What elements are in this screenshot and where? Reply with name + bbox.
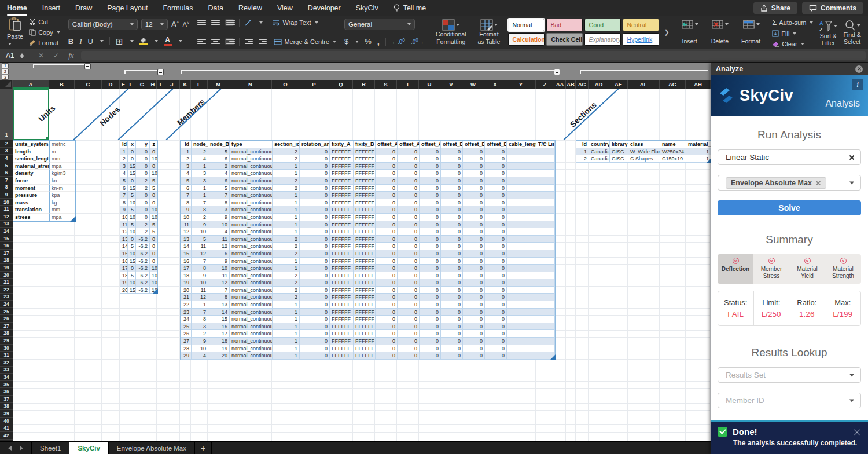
column-header-G[interactable]: G — [135, 80, 149, 89]
members-cell[interactable]: normal_continuous — [230, 345, 273, 353]
members-header-cell[interactable]: offset_Bz — [485, 141, 507, 148]
units-cell[interactable]: mm — [50, 206, 75, 214]
column-header-AH[interactable]: AH — [686, 80, 711, 89]
members-cell[interactable]: 24 — [181, 316, 192, 323]
members-cell[interactable]: 0 — [463, 316, 485, 323]
members-cell[interactable]: FFFFFF — [354, 243, 376, 250]
members-cell[interactable]: 0 — [463, 301, 485, 309]
members-cell[interactable]: FFFFFF — [330, 236, 354, 243]
members-cell[interactable]: 18 — [208, 338, 230, 345]
members-cell[interactable]: 9 — [192, 338, 208, 345]
analysis-type-input[interactable]: Linear Static — [718, 149, 861, 165]
row-header-34[interactable]: 34 — [0, 374, 13, 381]
members-cell[interactable]: 0 — [441, 309, 463, 316]
members-cell[interactable]: 1 — [273, 330, 300, 338]
members-cell[interactable] — [507, 155, 536, 163]
members-cell[interactable]: FFFFFF — [330, 301, 354, 309]
members-cell[interactable]: FFFFFF — [354, 258, 376, 265]
members-cell[interactable]: 8 — [192, 206, 208, 214]
members-cell[interactable]: normal_continuous — [230, 287, 273, 294]
members-cell[interactable]: 9 — [208, 214, 230, 221]
row-header-13[interactable]: 13 — [0, 221, 13, 228]
members-cell[interactable] — [507, 338, 536, 345]
members-cell[interactable]: 0 — [398, 192, 420, 199]
copy-button[interactable]: Copy — [29, 29, 60, 36]
members-cell[interactable]: 0 — [420, 236, 441, 243]
members-cell[interactable]: 4 — [181, 170, 192, 177]
members-cell[interactable]: FFFFFF — [330, 287, 354, 294]
column-header-U[interactable]: U — [419, 80, 440, 89]
members-cell[interactable]: normal_continuous — [230, 272, 273, 280]
row-header-15[interactable]: 15 — [0, 235, 13, 243]
column-header-M[interactable]: M — [208, 80, 229, 89]
column-header-A[interactable]: A — [13, 80, 49, 89]
members-cell[interactable]: 0 — [463, 309, 485, 316]
row-header-32[interactable]: 32 — [0, 359, 13, 367]
column-header-O[interactable]: O — [272, 80, 299, 89]
members-cell[interactable]: 4 — [208, 228, 230, 236]
row-header-16[interactable]: 16 — [0, 242, 13, 250]
members-cell[interactable]: 0 — [300, 272, 330, 280]
nodes-cell[interactable]: 0 — [128, 148, 136, 156]
outline-level-1[interactable]: 1 — [2, 63, 9, 68]
members-cell[interactable] — [536, 294, 555, 301]
members-cell[interactable]: 0 — [463, 185, 485, 192]
members-cell[interactable]: 0 — [398, 228, 420, 236]
members-cell[interactable] — [536, 148, 555, 156]
nodes-cell[interactable]: 5 — [120, 177, 128, 185]
members-cell[interactable]: FFFFFF — [354, 272, 376, 280]
units-cell[interactable]: density — [13, 170, 50, 177]
nodes-cell[interactable]: 15 — [128, 258, 136, 265]
members-cell[interactable]: 0 — [398, 155, 420, 163]
members-cell[interactable]: 0 — [441, 206, 463, 214]
members-cell[interactable]: FFFFFF — [330, 279, 354, 287]
members-cell[interactable]: 2 — [208, 163, 230, 170]
members-cell[interactable] — [507, 177, 536, 185]
row-header-42[interactable]: 42 — [0, 432, 13, 440]
members-cell[interactable]: 0 — [398, 199, 420, 207]
column-header-X[interactable]: X — [484, 80, 506, 89]
members-cell[interactable]: 0 — [420, 338, 441, 345]
load-combo-chip[interactable]: Envelope Absolute Max — [726, 177, 826, 189]
members-cell[interactable]: 0 — [376, 199, 398, 207]
align-middle-icon[interactable] — [211, 20, 220, 25]
nodes-cell[interactable]: 7 — [120, 192, 128, 199]
members-cell[interactable]: normal_continuous — [230, 199, 273, 207]
row-header-20[interactable]: 20 — [0, 272, 13, 279]
units-cell[interactable]: section_length — [13, 155, 50, 163]
members-cell[interactable]: 0 — [398, 163, 420, 170]
members-cell[interactable] — [536, 330, 555, 338]
row-header-6[interactable]: 6 — [0, 169, 13, 177]
members-cell[interactable]: FFFFFF — [354, 170, 376, 177]
members-cell[interactable]: 0 — [300, 192, 330, 199]
members-cell[interactable]: 0 — [463, 294, 485, 301]
units-cell[interactable]: metric — [50, 141, 75, 148]
clear-button[interactable]: Clear — [772, 41, 813, 47]
members-cell[interactable]: 0 — [485, 250, 507, 258]
members-cell[interactable]: 0 — [463, 148, 485, 156]
members-cell[interactable]: 0 — [376, 352, 398, 360]
members-cell[interactable]: 0 — [441, 338, 463, 345]
sections-cell[interactable]: 1 — [686, 148, 711, 156]
column-header-Z[interactable]: Z — [536, 80, 554, 89]
members-cell[interactable]: 0 — [463, 265, 485, 272]
members-cell[interactable]: normal_continuous — [230, 163, 273, 170]
members-cell[interactable]: 0 — [463, 228, 485, 236]
nodes-cell[interactable]: -6.2 — [136, 250, 150, 258]
members-cell[interactable]: 0 — [420, 163, 441, 170]
members-cell[interactable]: 0 — [485, 236, 507, 243]
row-header-36[interactable]: 36 — [0, 388, 13, 396]
members-cell[interactable]: 11 — [208, 272, 230, 280]
members-cell[interactable]: 0 — [441, 330, 463, 338]
members-cell[interactable]: 0 — [300, 265, 330, 272]
outline-level-3[interactable]: 3 — [2, 75, 9, 80]
prev-sheet-icon[interactable] — [8, 446, 12, 451]
nodes-cell[interactable]: 15 — [128, 163, 136, 170]
members-cell[interactable]: 0 — [485, 309, 507, 316]
members-cell[interactable]: 0 — [420, 199, 441, 207]
underline-button[interactable]: U — [88, 38, 93, 45]
column-header-L[interactable]: L — [191, 80, 208, 89]
row-header-10[interactable]: 10 — [0, 199, 13, 206]
row-header-38[interactable]: 38 — [0, 403, 13, 411]
members-cell[interactable]: 0 — [463, 287, 485, 294]
